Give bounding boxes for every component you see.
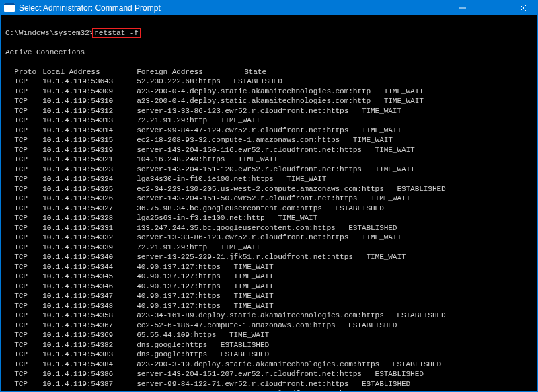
cell-proto: TCP [14,330,42,340]
cell-proto: TCP [14,291,42,301]
cell-foreign-state: a23-200-0-4.deploy.static.akamaitechnolo… [137,87,424,97]
maximize-button[interactable] [477,0,508,15]
connection-row: TCP10.1.4.119:54388server-143-204-151-20… [5,389,533,392]
cell-local: 10.1.4.119:54344 [42,262,137,272]
cell-local: 10.1.4.119:54382 [42,340,137,350]
cell-proto: TCP [14,126,42,136]
cell-local: 10.1.4.119:54321 [42,155,137,165]
cell-proto: TCP [14,87,42,97]
cell-local: 10.1.4.119:54346 [42,282,137,292]
cell-proto: TCP [14,96,42,106]
cell-foreign-state: ec2-18-208-93-32.compute-1.amazonaws.com… [137,135,393,145]
typed-command: netstat -f [92,28,141,38]
cell-local: 10.1.4.119:54323 [42,165,137,175]
cell-foreign-state: server-13-33-86-123.ewr52.r.cloudfront.n… [137,233,401,243]
connection-row: TCP10.1.4.119:54367ec2-52-6-186-47.compu… [5,321,533,331]
cell-local: 10.1.4.119:54386 [42,369,137,379]
cell-local: 10.1.4.119:54369 [42,330,137,340]
connection-row: TCP10.1.4.119:54326server-143-204-151-50… [5,194,533,204]
cell-foreign-state: server-143-204-150-116.ewr52.r.cloudfron… [137,145,415,155]
cell-proto: TCP [14,145,42,155]
cell-foreign-state: server-13-225-229-21.jfk51.r.cloudfront.… [137,252,406,262]
cell-foreign-state: 40.90.137.127:https TIME_WAIT [137,282,273,292]
connection-row: TCP10.1.4.119:54382dns.google:https ESTA… [5,340,533,350]
cell-proto: TCP [14,194,42,204]
connection-row: TCP10.1.4.119:54387server-99-84-122-71.e… [5,379,533,389]
cell-proto: TCP [14,282,42,292]
connection-row: TCP10.1.4.119:54319server-143-204-150-11… [5,145,533,155]
cell-local: 10.1.4.119:54384 [42,360,137,370]
cell-local: 10.1.4.119:54319 [42,145,137,155]
cell-local: 10.1.4.119:54347 [42,291,137,301]
connection-row: TCP10.1.4.119:54331133.247.244.35.bc.goo… [5,223,533,233]
connection-row: TCP10.1.4.119:54312server-13-33-86-123.e… [5,106,533,116]
cell-proto: TCP [14,360,42,370]
cell-local: 10.1.4.119:54358 [42,311,137,321]
cell-foreign-state: server-143-204-151-120.ewr52.r.cloudfron… [137,165,415,175]
cell-proto: TCP [14,389,42,392]
cell-local: 10.1.4.119:54325 [42,184,137,194]
connection-row: TCP10.1.4.119:5364352.230.222.68:https E… [5,77,533,87]
col-header-proto: Proto [14,67,42,77]
connection-row: TCP10.1.4.119:54314server-99-84-47-129.e… [5,126,533,136]
cell-local: 10.1.4.119:54345 [42,272,137,282]
cell-proto: TCP [14,321,42,331]
connection-row: TCP10.1.4.119:54358a23-34-161-89.deploy.… [5,311,533,321]
cell-proto: TCP [14,350,42,360]
cell-foreign-state: 36.75.98.34.bc.googleusercontent.com:htt… [137,204,384,214]
cell-foreign-state: 40.90.137.127:https TIME_WAIT [137,262,273,272]
cell-foreign-state: dns.google:https ESTABLISHED [137,350,269,360]
cell-foreign-state: server-143-204-151-207.ewr52.r.cloudfron… [137,369,424,379]
cell-foreign-state: a23-200-0-4.deploy.static.akamaitechnolo… [137,96,424,106]
cell-local: 10.1.4.119:54324 [42,174,137,184]
cell-local: 10.1.4.119:54326 [42,194,137,204]
cell-proto: TCP [14,213,42,223]
cell-foreign-state: 40.90.137.127:https TIME_WAIT [137,272,273,282]
cell-proto: TCP [14,252,42,262]
cmd-icon [4,3,15,12]
cell-proto: TCP [14,174,42,184]
cell-foreign-state: lga34s30-in-f10.1e100.net:https TIME_WAI… [137,174,326,184]
titlebar[interactable]: Select Administrator: Command Prompt [0,0,538,15]
cell-foreign-state: 72.21.91.29:http TIME_WAIT [137,243,260,253]
cell-foreign-state: 104.16.248.249:https TIME_WAIT [137,155,278,165]
connection-row: TCP10.1.4.119:54321104.16.248.249:https … [5,155,533,165]
cell-foreign-state: server-143-204-151-207.ewr52.r.cloudfron… [137,389,424,392]
cell-local: 10.1.4.119:54348 [42,301,137,311]
cell-proto: TCP [14,155,42,165]
cell-proto: TCP [14,116,42,126]
connection-row: TCP10.1.4.119:54340server-13-225-229-21.… [5,252,533,262]
connection-row: TCP10.1.4.119:54332server-13-33-86-123.e… [5,233,533,243]
close-button[interactable] [508,0,538,15]
cell-local: 10.1.4.119:54312 [42,106,137,116]
cell-local: 10.1.4.119:54340 [42,252,137,262]
cell-local: 10.1.4.119:54383 [42,350,137,360]
terminal-line: ProtoLocal AddressForeign AddressState [5,67,533,77]
cell-foreign-state: a23-34-161-89.deploy.static.akamaitechno… [137,311,445,321]
terminal-line: Active Connections [5,48,533,58]
cell-proto: TCP [14,379,42,389]
prompt: C:\Windows\system32> [5,29,93,37]
cell-foreign-state: 40.90.137.127:https TIME_WAIT [137,301,273,311]
cell-proto: TCP [14,204,42,214]
connection-row: TCP10.1.4.119:5432736.75.98.34.bc.google… [5,204,533,214]
cell-local: 10.1.4.119:53643 [42,77,137,87]
terminal-output[interactable]: C:\Windows\system32>netstat -f Active Co… [0,15,538,392]
connection-row: TCP10.1.4.119:5434440.90.137.127:https T… [5,262,533,272]
cell-local: 10.1.4.119:54332 [42,233,137,243]
cell-local: 10.1.4.119:54388 [42,389,137,392]
cell-local: 10.1.4.119:54339 [42,243,137,253]
connection-row: TCP10.1.4.119:54310a23-200-0-4.deploy.st… [5,96,533,106]
window-title: Select Administrator: Command Prompt [19,3,161,13]
connection-row: TCP10.1.4.119:5433972.21.91.29:http TIME… [5,243,533,253]
command-prompt-window: Select Administrator: Command Prompt C:\… [0,0,538,392]
cell-foreign-state: ec2-52-6-186-47.compute-1.amazonaws.com:… [137,321,397,331]
cell-foreign-state: 40.90.137.127:https TIME_WAIT [137,291,273,301]
cell-proto: TCP [14,184,42,194]
cell-local: 10.1.4.119:54309 [42,87,137,97]
minimize-button[interactable] [447,0,477,15]
connection-row: TCP10.1.4.119:54328lga25s63-in-f3.1e100.… [5,213,533,223]
connection-row: TCP10.1.4.119:5431372.21.91.29:http TIME… [5,116,533,126]
connection-row: TCP10.1.4.119:5434640.90.137.127:https T… [5,282,533,292]
cell-local: 10.1.4.119:54327 [42,204,137,214]
